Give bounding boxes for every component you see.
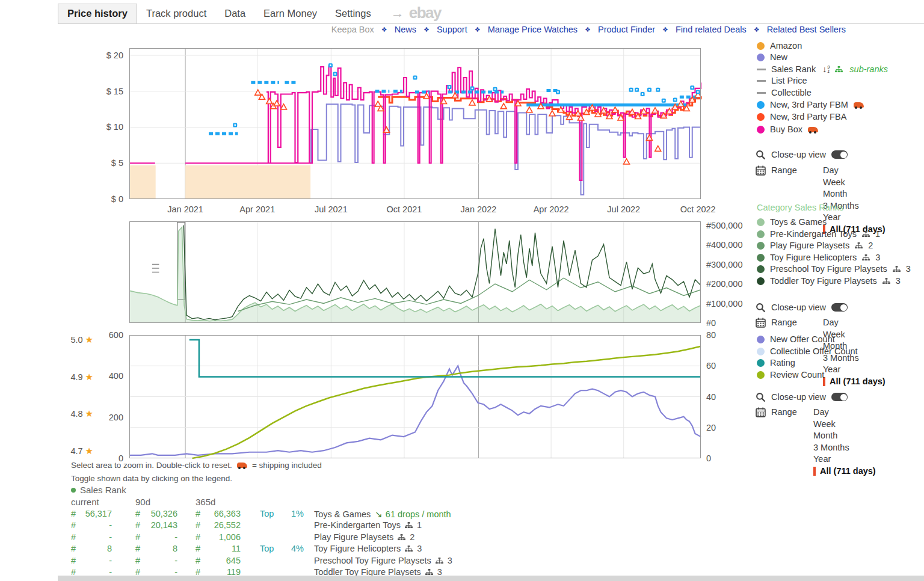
top-label: Top	[260, 509, 274, 518]
hash: #	[196, 532, 200, 542]
price-history-chart[interactable]: $ 20$ 15$ 10$ 5$ 0Jan 2021Apr 2021Jul 20…	[129, 48, 701, 199]
legend-item-rating[interactable]: Rating	[757, 357, 795, 368]
legend-item-sales-rank[interactable]: Sales Rank ↓91 sub-ranks	[757, 64, 888, 75]
axis-tick: Jul 2021	[315, 204, 348, 214]
fba-color-dot	[757, 113, 765, 121]
sales-rank-section-title: Sales Rank	[71, 485, 126, 495]
legend-item-collectible[interactable]: Collectible	[757, 87, 812, 98]
link-news[interactable]: News	[395, 25, 416, 34]
range-option-month[interactable]: Month	[823, 188, 886, 200]
legend-item-toddler-playsets[interactable]: Toddler Toy Figure Playsets 3	[757, 275, 901, 286]
tab-price-history[interactable]: Price history	[58, 4, 137, 23]
link-product-finder[interactable]: Product Finder	[598, 25, 655, 34]
legend-item-preschool-playsets[interactable]: Preschool Toy Figure Playsets 3	[757, 263, 911, 274]
sales-rank-dash	[757, 69, 766, 70]
legend-item-pre-kindergarten[interactable]: Pre-Kindergarten Toys 1	[757, 229, 880, 239]
range-option-year[interactable]: Year	[823, 212, 886, 224]
sales-rank-chart[interactable]: #500,000#400,000#300,000#200,000#100,000…	[129, 221, 701, 323]
legend-item-amazon[interactable]: Amazon	[757, 40, 802, 51]
link-find-related-deals[interactable]: Find related Deals	[676, 25, 747, 34]
axis-tick: 4.9★	[70, 372, 93, 383]
category-name-text: Toy Figure Helicopters	[314, 544, 401, 553]
range-option-month[interactable]: Month	[813, 430, 876, 442]
rating-review-chart[interactable]: 5.0★4.9★4.8★4.7★6004002000806040200	[129, 335, 701, 458]
legend-item-play-figure-playsets[interactable]: Play Figure Playsets 2	[757, 240, 873, 251]
range-option-week[interactable]: Week	[813, 419, 876, 431]
axis-tick: 20	[706, 423, 716, 432]
sub-rank-number: 1	[875, 229, 880, 239]
top-percent: 4%	[282, 544, 304, 553]
shipping-car-icon	[237, 463, 247, 468]
sitemap-icon	[893, 266, 901, 272]
list-price-dash	[757, 80, 766, 82]
category-color-dot	[757, 230, 765, 238]
legend-label: Amazon	[770, 41, 802, 51]
tab-data[interactable]: Data	[215, 4, 254, 23]
legend-item-review-count[interactable]: Review Count	[757, 369, 824, 380]
sub-rank-number: 2	[868, 241, 873, 250]
range-option-day[interactable]: Day	[823, 317, 886, 329]
range-control: Range	[756, 165, 797, 176]
link-related-best-sellers[interactable]: Related Best Sellers	[767, 25, 846, 34]
legend-item-fbm[interactable]: New, 3rd Party FBM	[757, 99, 864, 110]
axis-tick: 4.8★	[70, 408, 93, 419]
new-offer-color-dot	[757, 336, 765, 343]
close-up-toggle[interactable]	[831, 393, 848, 401]
axis-tick: Jan 2021	[167, 204, 203, 214]
top-percent: 1%	[282, 509, 304, 518]
close-up-toggle[interactable]	[831, 303, 848, 312]
range-option-year[interactable]: Year	[813, 453, 876, 466]
axis-tick: 600	[109, 330, 123, 340]
tab-settings[interactable]: Settings	[326, 4, 380, 23]
axis-tick: Apr 2022	[534, 204, 569, 214]
calendar-icon	[756, 318, 766, 328]
subnav: Keepa Box ❖ News ❖ Support ❖ Manage Pric…	[58, 25, 846, 34]
range-option-3months[interactable]: 3 Months	[813, 442, 876, 454]
collectible-dash	[757, 92, 766, 94]
col-90d: 90d	[135, 497, 150, 507]
range-option-week[interactable]: Week	[823, 177, 886, 189]
keepa-box-label: Keepa Box	[331, 25, 374, 34]
ebay-logo[interactable]: ebay	[409, 4, 459, 23]
tab-earn-money[interactable]: Earn Money	[254, 4, 326, 23]
bottom-scrollbar[interactable]	[58, 576, 924, 581]
col-365d: 365d	[196, 497, 215, 507]
category-name: Toy Figure Helicopters 3	[314, 544, 422, 553]
legend-item-list-price[interactable]: List Price	[757, 75, 807, 86]
range-option-all[interactable]: All (711 days)	[823, 376, 886, 388]
legend-label: Toys & Games	[770, 217, 827, 227]
legend-item-toys-games[interactable]: Toys & Games	[757, 217, 827, 227]
range-option-all[interactable]: All (711 days)	[813, 466, 876, 478]
legend-label: Play Figure Playsets	[770, 241, 849, 250]
tab-track-product[interactable]: Track product	[137, 4, 215, 23]
legend-item-buy-box[interactable]: Buy Box	[757, 124, 818, 135]
range-control: Range	[756, 317, 797, 328]
range-option-day[interactable]: Day	[823, 165, 886, 177]
axis-tick: 60	[706, 361, 716, 370]
star-icon: ★	[85, 372, 93, 382]
category-sales-ranks-heading: Category Sales Ranks	[757, 203, 843, 212]
legend-item-fba[interactable]: New, 3rd Party FBA	[757, 111, 846, 122]
close-up-toggle[interactable]	[831, 150, 848, 159]
sub-ranks-link[interactable]: sub-ranks	[849, 64, 888, 74]
legend-label: Preschool Toy Figure Playsets	[770, 264, 887, 274]
link-manage-price-watches[interactable]: Manage Price Watches	[488, 25, 578, 34]
legend-item-collectible-offer-count[interactable]: Collectible Offer Count	[757, 346, 858, 357]
range-option-year[interactable]: Year	[823, 364, 886, 376]
top-label: Top	[260, 544, 274, 553]
zoom-hint: Select area to zoom in. Double-click to …	[71, 461, 322, 470]
range-option-day[interactable]: Day	[813, 407, 876, 419]
legend-label: Sales Rank	[771, 64, 816, 74]
sitemap-icon	[835, 66, 843, 73]
close-up-label: Close-up view	[771, 150, 826, 159]
star-icon: ★	[85, 408, 93, 419]
axis-tick: 80	[706, 330, 716, 340]
diamond-icon: ❖	[424, 26, 430, 33]
legend-item-new[interactable]: New	[757, 52, 787, 63]
link-support[interactable]: Support	[437, 25, 467, 34]
axis-tick: $ 20	[106, 51, 123, 60]
calendar-icon	[756, 165, 766, 176]
legend-item-new-offer-count[interactable]: New Offer Count	[757, 334, 835, 345]
legend-item-toy-figure-helicopters[interactable]: Toy Figure Helicopters 3	[757, 252, 880, 263]
sub-rank-number: 3	[906, 264, 911, 274]
